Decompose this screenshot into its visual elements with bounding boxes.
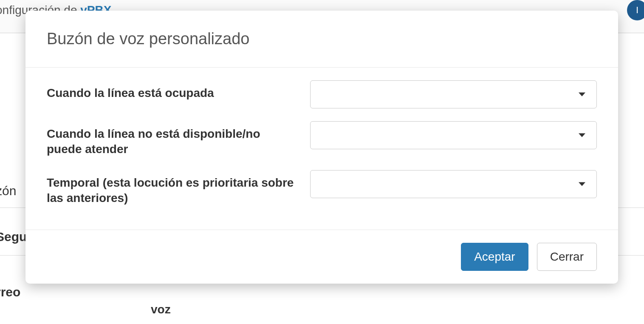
modal-dialog: Buzón de voz personalizado Cuando la lín… <box>25 11 618 284</box>
label-temporal: Temporal (esta locución es prioritaria s… <box>47 170 310 206</box>
accept-button[interactable]: Aceptar <box>461 243 528 271</box>
select-busy[interactable] <box>310 80 597 108</box>
caret-down-icon <box>579 134 585 137</box>
caret-down-icon <box>579 93 585 97</box>
label-unavailable: Cuando la línea no está disponible/no pu… <box>47 121 310 157</box>
modal-body: Cuando la línea está ocupada Cuando la l… <box>25 68 618 230</box>
form-row-unavailable: Cuando la línea no está disponible/no pu… <box>47 121 597 157</box>
form-row-temporal: Temporal (esta locución es prioritaria s… <box>47 170 597 206</box>
form-row-busy: Cuando la línea está ocupada <box>47 80 597 108</box>
label-busy: Cuando la línea está ocupada <box>47 80 310 101</box>
modal-header: Buzón de voz personalizado <box>25 11 618 68</box>
select-temporal[interactable] <box>310 170 597 198</box>
modal-backdrop: Buzón de voz personalizado Cuando la lín… <box>0 0 644 324</box>
select-unavailable[interactable] <box>310 121 597 149</box>
caret-down-icon <box>579 182 585 186</box>
modal-footer: Aceptar Cerrar <box>25 230 618 284</box>
modal-title: Buzón de voz personalizado <box>47 30 597 48</box>
close-button[interactable]: Cerrar <box>537 243 597 271</box>
